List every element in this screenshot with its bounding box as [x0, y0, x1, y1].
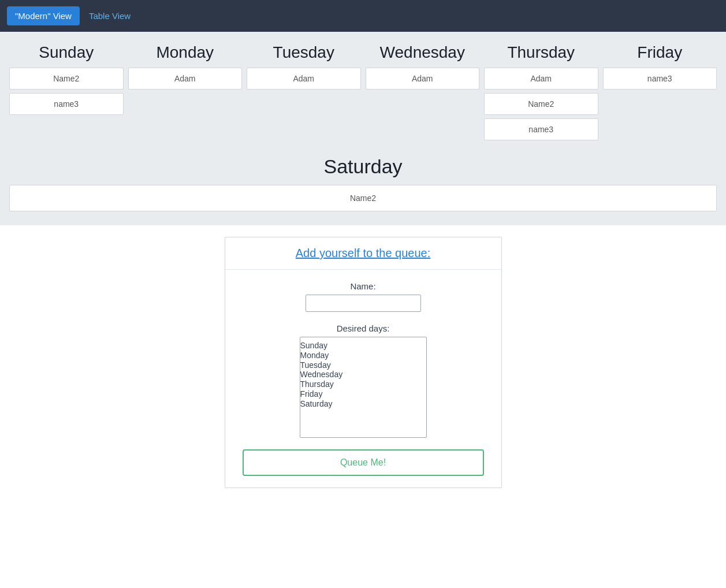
day-label: Sunday: [39, 43, 94, 62]
saturday-card: Name2: [9, 185, 717, 211]
name-label: Name:: [243, 281, 484, 291]
form-header: Add yourself to the queue:: [225, 237, 501, 270]
table-view-link[interactable]: Table View: [89, 11, 131, 21]
day-option-monday[interactable]: Monday: [300, 351, 426, 360]
calendar-section: SundayName2name3MondayAdamTuesdayAdamWed…: [0, 32, 726, 225]
name-card: name3: [9, 93, 124, 115]
name-card: Name2: [484, 93, 598, 115]
day-label: Thursday: [507, 43, 575, 62]
day-option-tuesday[interactable]: Tuesday: [300, 360, 426, 370]
days-label: Desired days:: [243, 323, 484, 333]
day-col-sunday: SundayName2name3: [9, 43, 124, 144]
day-col-tuesday: TuesdayAdam: [247, 43, 361, 144]
day-option-sunday[interactable]: Sunday: [300, 341, 426, 351]
form-section: Add yourself to the queue: Name: Desired…: [0, 225, 726, 511]
queue-me-button[interactable]: Queue Me!: [243, 449, 484, 476]
day-label: Wednesday: [380, 43, 465, 62]
day-col-monday: MondayAdam: [128, 43, 243, 144]
day-option-friday[interactable]: Friday: [300, 389, 426, 399]
day-option-thursday[interactable]: Thursday: [300, 379, 426, 389]
form-container: Add yourself to the queue: Name: Desired…: [225, 237, 502, 488]
name-card: Adam: [247, 68, 361, 90]
name-card: name3: [603, 68, 717, 90]
saturday-section: Saturday Name2: [9, 155, 717, 211]
day-label: Friday: [637, 43, 682, 62]
header: "Modern" View Table View: [0, 0, 726, 32]
name-card: Name2: [9, 68, 124, 90]
name-card: Adam: [484, 68, 598, 90]
day-col-friday: Fridayname3: [603, 43, 717, 144]
day-col-wednesday: WednesdayAdam: [366, 43, 480, 144]
name-card: Adam: [366, 68, 480, 90]
day-option-saturday[interactable]: Saturday: [300, 399, 426, 409]
form-heading-link[interactable]: Add yourself to the queue:: [296, 247, 431, 259]
days-row: SundayName2name3MondayAdamTuesdayAdamWed…: [9, 43, 717, 144]
day-label: Monday: [156, 43, 214, 62]
day-option-wednesday[interactable]: Wednesday: [300, 370, 426, 379]
day-col-thursday: ThursdayAdamName2name3: [484, 43, 598, 144]
name-card: Adam: [128, 68, 243, 90]
days-select[interactable]: SundayMondayTuesdayWednesdayThursdayFrid…: [300, 337, 427, 438]
day-label: Tuesday: [273, 43, 334, 62]
modern-view-button[interactable]: "Modern" View: [7, 6, 80, 25]
saturday-label: Saturday: [9, 155, 717, 178]
name-card: name3: [484, 118, 598, 140]
form-body: Name: Desired days: SundayMondayTuesdayW…: [225, 270, 501, 487]
name-input[interactable]: [306, 295, 421, 312]
